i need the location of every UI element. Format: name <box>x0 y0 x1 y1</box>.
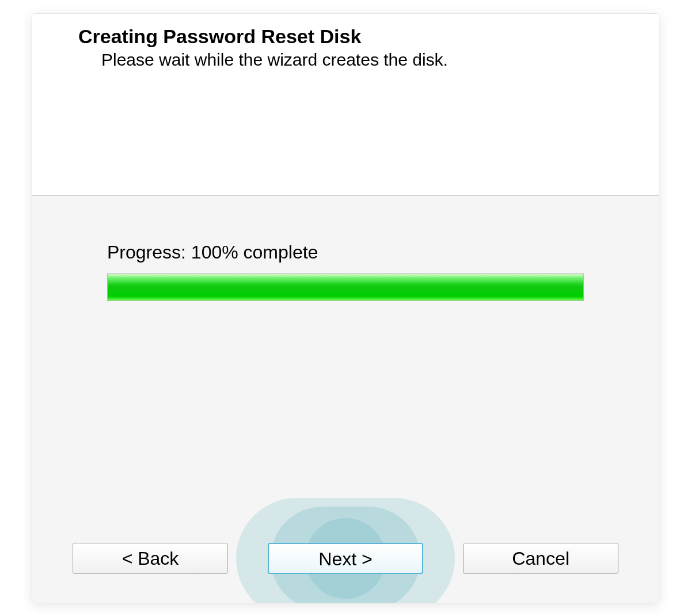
wizard-title: Creating Password Reset Disk <box>78 25 630 48</box>
back-button[interactable]: < Back <box>73 543 228 574</box>
next-button-wrapper: Next > <box>268 543 423 574</box>
wizard-button-row: < Back Next > Cancel <box>32 543 659 603</box>
next-button[interactable]: Next > <box>268 543 423 574</box>
wizard-dialog: Creating Password Reset Disk Please wait… <box>32 13 659 603</box>
progress-bar-fill <box>108 274 583 301</box>
progress-label: Progress: 100% complete <box>107 242 584 263</box>
cancel-button[interactable]: Cancel <box>463 543 618 574</box>
wizard-content: Progress: 100% complete <box>32 196 659 543</box>
wizard-subtitle: Please wait while the wizard creates the… <box>101 50 630 70</box>
progress-bar <box>107 273 584 301</box>
wizard-header: Creating Password Reset Disk Please wait… <box>32 14 659 195</box>
